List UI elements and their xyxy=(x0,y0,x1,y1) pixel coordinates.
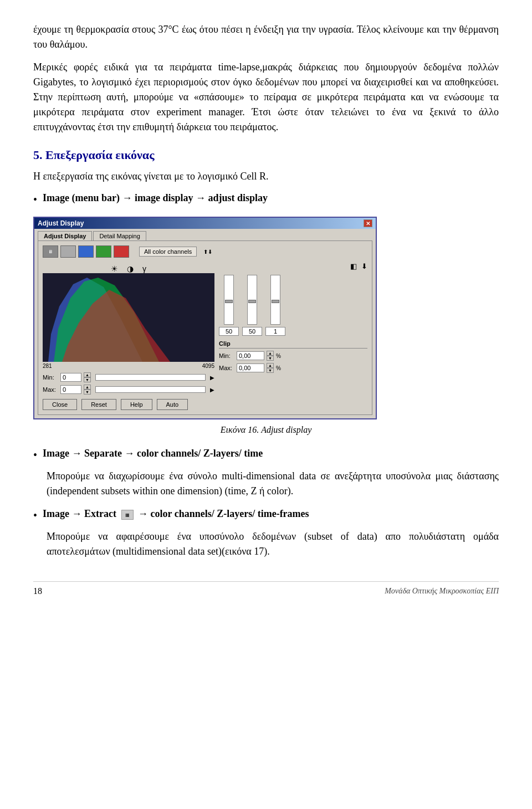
separate-description: Μπορούμε να διαχωρίσουμε ένα σύνολο mult… xyxy=(47,469,499,499)
clip-max-down[interactable]: ▼ xyxy=(267,368,274,373)
gamma-icon[interactable]: γ xyxy=(142,264,146,273)
color-channel-icons: 🖥 xyxy=(43,245,129,258)
bullet-dot-1: • xyxy=(33,191,37,208)
clip-section: Clip Min: ▲ ▼ % Max: xyxy=(219,340,367,373)
hist-max-value: 4095 xyxy=(202,363,214,369)
help-button[interactable]: Help xyxy=(121,399,152,410)
max-label: Max: xyxy=(43,386,58,393)
min-label: Min: xyxy=(43,374,58,381)
min-spinbox: ▲ ▼ xyxy=(84,372,91,382)
section-heading: 5. Επεξεργασία εικόνας xyxy=(33,148,499,162)
bullet-dot-3: • xyxy=(33,507,37,524)
right-icons-row: ◧ ⬇ xyxy=(219,262,367,270)
dialog-titlebar: Adjust Display ✕ xyxy=(34,218,376,229)
clip-max-spinbox: ▲ ▼ xyxy=(267,363,274,373)
clip-min-up[interactable]: ▲ xyxy=(267,351,274,356)
histogram-canvas xyxy=(43,273,214,362)
v-slider-thumb-2 xyxy=(248,300,256,303)
page-number: 18 xyxy=(33,586,42,596)
bullet-item-3: • Image → Extract ▦ → color channels/ Z-… xyxy=(33,506,499,524)
slider-value-2: 50 xyxy=(242,327,262,336)
bullet-text-2: Image → Separate → color channels/ Z-lay… xyxy=(43,446,263,461)
histogram-controls: ☀ ◑ γ xyxy=(43,264,214,273)
max-slider[interactable] xyxy=(95,386,206,393)
section-intro: Η επεξεργασία της εικόνας γίνεται με το … xyxy=(33,169,499,184)
v-slider-2[interactable] xyxy=(247,275,257,325)
clip-min-input[interactable] xyxy=(237,351,264,360)
extract-description: Μπορούμε να αφαιρέσουμε ένα υποσύνολο δε… xyxy=(47,529,499,559)
max-down-arrow[interactable]: ▼ xyxy=(84,390,91,395)
bullet-text-1: Image (menu bar) → image display → adjus… xyxy=(43,191,268,206)
section-title: Επεξεργασία εικόνας xyxy=(45,148,154,162)
min-input[interactable] xyxy=(60,373,81,382)
histogram-values: 281 4095 xyxy=(43,362,214,370)
slider-value-1: 50 xyxy=(219,327,239,336)
page-footer: 18 Μονάδα Οπτικής Μικροσκοπίας ΕΙΠ xyxy=(33,581,499,596)
bullet-text-3: Image → Extract ▦ → color channels/ Z-la… xyxy=(43,506,309,521)
footer-organization: Μονάδα Οπτικής Μικροσκοπίας ΕΙΠ xyxy=(385,587,499,596)
clip-max-up[interactable]: ▲ xyxy=(267,363,274,368)
hist-min-value: 281 xyxy=(43,363,52,369)
tab-detail-mapping[interactable]: Detail Mapping xyxy=(93,231,146,240)
histogram-area: ☀ ◑ γ xyxy=(43,262,367,395)
max-up-arrow[interactable]: ▲ xyxy=(84,385,91,390)
tab-adjust-display[interactable]: Adjust Display xyxy=(38,231,92,240)
contrast-icon[interactable]: ◑ xyxy=(127,264,134,273)
reset-button[interactable]: Reset xyxy=(81,399,116,410)
auto-button[interactable]: Auto xyxy=(157,399,188,410)
adjust-dialog: Adjust Display ✕ Adjust Display Detail M… xyxy=(33,217,377,419)
bullet-dot-2: • xyxy=(33,447,37,463)
v-slider-thumb-1 xyxy=(225,300,233,303)
clip-max-label: Max: xyxy=(219,365,234,371)
slider-col-3: 1 xyxy=(265,275,285,336)
close-button[interactable]: Close xyxy=(43,399,77,410)
v-slider-1[interactable] xyxy=(224,275,234,325)
dialog-buttons: Close Reset Help Auto xyxy=(43,399,367,410)
clip-label: Clip xyxy=(219,340,367,349)
channel-blue-icon[interactable] xyxy=(78,245,94,258)
clip-min-down[interactable]: ▼ xyxy=(267,356,274,361)
dialog-title: Adjust Display xyxy=(38,219,84,227)
right-icon-1[interactable]: ◧ xyxy=(350,262,357,270)
section-number: 5 xyxy=(33,148,39,162)
dialog-tabs: Adjust Display Detail Mapping xyxy=(34,229,376,240)
slider-value-3: 1 xyxy=(265,327,285,336)
min-up-arrow[interactable]: ▲ xyxy=(84,372,91,377)
dialog-top-row: 🖥 All color channels ⬆⬇ xyxy=(43,245,367,258)
clip-max-input[interactable] xyxy=(237,363,264,372)
histogram-left: ☀ ◑ γ xyxy=(43,262,214,395)
slider-col-2: 50 xyxy=(242,275,262,336)
min-down-arrow[interactable]: ▼ xyxy=(84,377,91,382)
channel-red-icon[interactable] xyxy=(114,245,129,258)
channel-green-icon[interactable] xyxy=(96,245,111,258)
v-slider-thumb-3 xyxy=(272,300,279,303)
max-input[interactable] xyxy=(60,385,81,394)
dialog-wrapper: Adjust Display ✕ Adjust Display Detail M… xyxy=(33,217,499,419)
max-slider-right-arrow[interactable]: ▶ xyxy=(210,387,214,393)
max-spinbox: ▲ ▼ xyxy=(84,385,91,395)
min-slider-right-arrow[interactable]: ▶ xyxy=(210,375,214,381)
max-row: Max: ▲ ▼ ▶ xyxy=(43,385,214,395)
dialog-close-button[interactable]: ✕ xyxy=(364,219,372,227)
dialog-body: 🖥 All color channels ⬆⬇ ☀ xyxy=(38,240,372,415)
figure-caption: Εικόνα 16. Adjust display xyxy=(33,425,499,435)
clip-max-row: Max: ▲ ▼ % xyxy=(219,363,367,373)
clip-min-pct: % xyxy=(276,353,281,359)
brightness-icon[interactable]: ☀ xyxy=(111,264,118,273)
v-slider-3[interactable] xyxy=(270,275,280,325)
clip-min-label: Min: xyxy=(219,352,234,359)
channel-select-button[interactable]: All color channels xyxy=(139,247,197,257)
right-sliders: 50 50 xyxy=(219,275,367,336)
min-row: Min: ▲ ▼ ▶ xyxy=(43,372,214,382)
histogram-right: ◧ ⬇ 50 xyxy=(219,262,367,395)
channel-select-arrows: ⬆⬇ xyxy=(203,249,212,255)
clip-min-row: Min: ▲ ▼ % xyxy=(219,351,367,361)
clip-min-spinbox: ▲ ▼ xyxy=(267,351,274,361)
min-slider[interactable] xyxy=(95,374,206,381)
slider-col-1: 50 xyxy=(219,275,239,336)
right-icon-2[interactable]: ⬇ xyxy=(361,262,367,270)
channel-gray-icon[interactable] xyxy=(60,245,76,258)
paragraph-2: Μερικές φορές ειδικά για τα πειράματα ti… xyxy=(33,60,499,135)
clip-max-pct: % xyxy=(276,365,281,371)
monitor-icon[interactable]: 🖥 xyxy=(43,245,58,258)
